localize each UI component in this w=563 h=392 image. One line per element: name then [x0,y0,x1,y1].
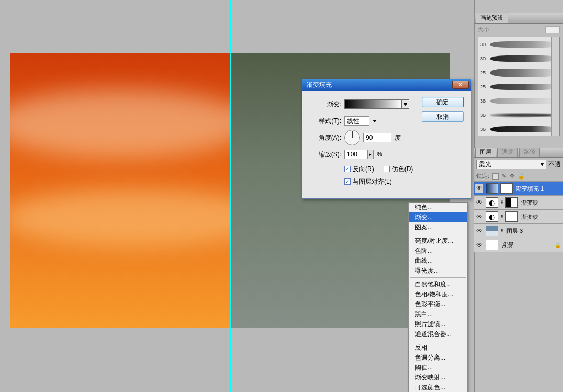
layer-mask-thumb[interactable] [505,197,518,208]
cloud-shape [10,89,251,158]
brush-preset-row[interactable]: 30 [478,37,559,51]
gradient-swatch[interactable] [344,99,402,109]
menu-item[interactable]: 黑白... [409,309,467,319]
brush-size-input[interactable] [545,26,560,33]
layer-thumb[interactable] [486,226,498,236]
dither-label: 仿色(D) [392,165,413,174]
align-checkbox[interactable]: ✓ [344,178,351,185]
brush-preset-row[interactable]: 25 [478,65,559,80]
style-value: 线性 [347,117,359,126]
menu-item[interactable]: 图案... [409,222,467,232]
brush-preset-row[interactable]: 30 [478,51,559,65]
layer-name[interactable]: 渐变填充 1 [515,185,544,193]
tab-paths[interactable]: 路径 [519,148,540,157]
brush-size-num: 36 [480,98,488,104]
brush-size-num: 36 [480,127,488,132]
layer-name[interactable]: 渐变映 [520,199,538,207]
dialog-titlebar[interactable]: 渐变填充 ✕ [302,79,471,91]
menu-item[interactable]: 纯色... [409,203,467,212]
layer-row[interactable]: 👁⠿渐变映 [474,210,563,224]
layer-mask-thumb[interactable] [505,211,518,222]
layer-row[interactable]: 👁⠿渐变映 [474,196,563,210]
align-label: 与图层对齐(L) [353,177,392,186]
chevron-down-icon[interactable]: ▾ [402,99,409,109]
layer-name[interactable]: 背景 [500,241,513,249]
layer-thumb[interactable] [486,240,498,250]
brush-stroke-preview [490,84,559,90]
adjustment-layer-menu: 纯色...渐变...图案...亮度/对比度...色阶...曲线...曝光度...… [408,202,468,392]
angle-dial[interactable] [344,130,360,145]
ok-button[interactable]: 确定 [422,97,464,107]
blend-mode-dropdown[interactable]: 柔光 ▾ [476,160,546,169]
scale-unit: % [377,151,382,158]
menu-item[interactable]: 自然饱和度... [409,279,467,289]
blend-mode-value: 柔光 [479,160,491,169]
menu-item[interactable]: 色彩平衡... [409,299,467,309]
layer-row[interactable]: 👁背景🔒 [474,238,563,252]
angle-label: 角度(A): [310,133,341,142]
menu-item[interactable]: 亮度/对比度... [409,236,467,246]
visibility-eye-icon[interactable]: 👁 [475,241,483,249]
link-icon[interactable]: ⠿ [500,228,503,234]
lock-transparent-icon[interactable] [492,173,499,180]
adjustment-icon[interactable] [486,197,498,208]
tab-layers[interactable]: 图层 [475,148,496,157]
layer-row[interactable]: 👁⠿图层 3 [474,224,563,238]
visibility-eye-icon[interactable]: 👁 [475,227,483,235]
menu-item[interactable]: 色阶... [409,246,467,256]
brush-preset-row[interactable]: 36 [478,108,559,122]
layer-name[interactable]: 图层 3 [505,227,523,235]
menu-item[interactable]: 色相/饱和度... [409,289,467,299]
visibility-eye-icon[interactable]: 👁 [475,212,483,221]
lock-label: 锁定: [476,172,489,180]
layer-row[interactable]: 👁渐变填充 1 [474,182,563,196]
link-icon[interactable]: ⠿ [500,214,503,220]
dither-checkbox[interactable] [384,166,390,172]
menu-item[interactable]: 通道混合器... [409,329,467,339]
close-icon[interactable]: ✕ [452,81,469,89]
visibility-eye-icon[interactable]: 👁 [475,184,483,193]
lock-all-icon[interactable]: 🔒 [517,173,525,180]
brush-preset-row[interactable]: 36 [478,94,559,108]
brush-lock-icon[interactable]: ✎ [502,173,506,180]
brush-list[interactable]: 30302525363636 [478,37,560,136]
move-lock-icon[interactable]: ✥ [510,173,514,180]
style-dropdown[interactable]: 线性 [344,116,369,126]
chevron-down-icon[interactable] [373,120,377,122]
layer-thumb[interactable] [486,183,498,194]
visibility-eye-icon[interactable]: 👁 [475,198,483,207]
vertical-guide[interactable] [230,0,231,392]
tab-brush-presets[interactable]: 画笔预设 [476,13,508,23]
tab-channels[interactable]: 通道 [497,148,518,157]
link-icon[interactable]: ⠿ [500,200,503,206]
cancel-button[interactable]: 取消 [422,111,464,122]
reverse-checkbox[interactable]: ✓ [344,166,351,172]
lock-icon: 🔒 [555,242,561,248]
brush-preset-row[interactable]: 25 [478,80,559,94]
scale-stepper[interactable]: ▸ [367,150,374,159]
adjustment-icon[interactable] [486,211,498,222]
menu-item[interactable]: 照片滤镜... [409,319,467,329]
collapsed-panel[interactable] [475,0,563,13]
layer-mask-thumb[interactable] [500,183,513,194]
menu-item[interactable]: 反相 [409,343,467,353]
menu-item[interactable]: 曲线... [409,256,467,266]
menu-item[interactable]: 色调分离... [409,353,467,363]
brush-preset-row[interactable]: 36 [478,122,559,136]
menu-item[interactable]: 阈值... [409,363,467,373]
opacity-label: 不透 [548,160,561,169]
brush-size-num: 25 [480,84,488,89]
gradient-label: 渐变: [310,100,341,109]
menu-separator [410,341,466,341]
scale-input[interactable]: 100 [344,150,367,159]
brush-stroke-preview [490,126,559,132]
chevron-down-icon: ▾ [541,161,544,168]
menu-separator [410,277,466,278]
menu-item[interactable]: 渐变映射... [409,373,467,383]
angle-input[interactable]: 90 [363,133,391,142]
menu-item[interactable]: 可选颜色... [409,383,467,392]
menu-item[interactable]: 曝光度... [409,266,467,276]
layer-name[interactable]: 渐变映 [520,213,538,221]
menu-item[interactable]: 渐变... [409,212,467,222]
brush-size-label: 大小: [478,26,491,33]
